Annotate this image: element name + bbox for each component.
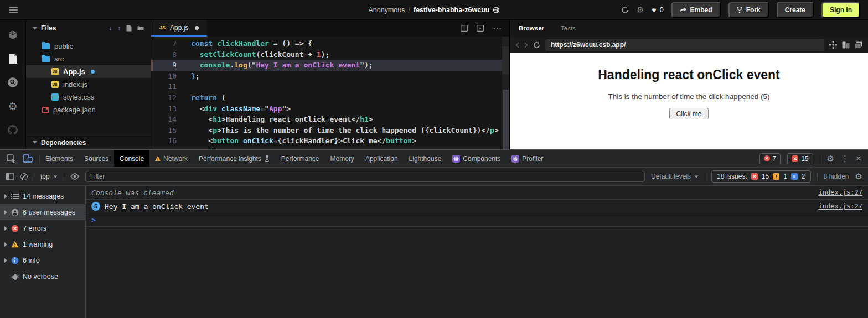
files-panel-icon[interactable] bbox=[7, 53, 19, 65]
eye-icon[interactable] bbox=[70, 173, 79, 180]
menu-icon[interactable] bbox=[9, 7, 18, 13]
file-row-src[interactable]: src bbox=[26, 53, 151, 65]
code-line-14[interactable]: 14 <h1>Handeling react onClick event</h1… bbox=[151, 114, 509, 125]
split-view-icon[interactable] bbox=[842, 41, 850, 49]
settings-gear-icon[interactable]: ⚙ bbox=[7, 100, 19, 112]
file-row-public[interactable]: public bbox=[26, 40, 151, 53]
code-line-9[interactable]: 9 console.log("Hey I am a onClick event"… bbox=[151, 60, 509, 71]
code-line-7[interactable]: 7const clickHandler = () => { bbox=[151, 38, 509, 49]
console-errors-badge[interactable]: ✕ 7 bbox=[760, 153, 781, 164]
code-line-16[interactable]: 16 <button onClick={clickHandler}>Click … bbox=[151, 135, 509, 147]
devtools-menu-icon[interactable]: ⋮ bbox=[841, 154, 849, 164]
console-sidebar-item-verbose[interactable]: No verbose bbox=[0, 268, 85, 284]
open-new-window-icon[interactable] bbox=[855, 41, 862, 49]
split-editor-icon[interactable] bbox=[461, 25, 468, 32]
console-log-row[interactable]: 5 Hey I am a onClick event index.js:27 bbox=[86, 200, 868, 213]
likes-counter[interactable]: ♥ 0 bbox=[652, 6, 663, 14]
expand-arrow-icon[interactable] bbox=[4, 210, 7, 215]
code-line-11[interactable]: 11 bbox=[151, 81, 509, 92]
download-icon[interactable]: ↓ bbox=[108, 24, 112, 32]
code-line-15[interactable]: 15 <p>This is the number of time the cli… bbox=[151, 125, 509, 136]
console-sidebar-item-user[interactable]: 6 user messages bbox=[0, 204, 85, 220]
open-preview-icon[interactable] bbox=[477, 25, 484, 32]
files-panel-header[interactable]: Files ↓ ↑ bbox=[26, 20, 151, 37]
code-line-13[interactable]: 13 <div className="App"> bbox=[151, 103, 509, 114]
tab-tests[interactable]: Tests bbox=[561, 25, 576, 32]
code-line-17[interactable]: 17 </div> bbox=[151, 147, 509, 149]
forward-icon[interactable] bbox=[524, 42, 528, 48]
user-name[interactable]: Anonymous bbox=[368, 6, 405, 14]
tab-memory[interactable]: Memory bbox=[325, 150, 360, 167]
sandbox-cube-icon[interactable] bbox=[7, 29, 19, 41]
console-sidebar-item-list[interactable]: 14 messages bbox=[0, 188, 85, 204]
issues-badge[interactable]: ✕ 15 bbox=[787, 153, 813, 164]
console-filter-input[interactable] bbox=[85, 171, 645, 182]
new-folder-icon[interactable] bbox=[137, 25, 144, 31]
devtools-close-icon[interactable]: × bbox=[856, 153, 861, 164]
source-link[interactable]: index.js:27 bbox=[819, 189, 862, 196]
editor-scrollbar[interactable] bbox=[502, 37, 509, 149]
tab-sources[interactable]: Sources bbox=[79, 150, 114, 167]
tab-network[interactable]: Network bbox=[149, 150, 193, 167]
tab-profiler[interactable]: Profiler bbox=[506, 150, 549, 167]
unsaved-dot-icon[interactable] bbox=[195, 26, 199, 30]
source-link[interactable]: index.js:27 bbox=[819, 202, 862, 210]
tab-lighthouse[interactable]: Lighthouse bbox=[404, 150, 447, 167]
upload-icon[interactable]: ↑ bbox=[117, 24, 121, 32]
back-icon[interactable] bbox=[515, 42, 519, 48]
tab-performance-insights[interactable]: Performance insights bbox=[193, 150, 276, 167]
settings-gear-icon[interactable]: ⚙ bbox=[637, 6, 644, 14]
expand-arrow-icon[interactable] bbox=[4, 258, 7, 263]
issue-message-icon: ≡ bbox=[791, 173, 798, 180]
code-line-12[interactable]: 12return ( bbox=[151, 92, 509, 103]
create-button[interactable]: Create bbox=[777, 2, 814, 18]
more-options-icon[interactable]: ⋯ bbox=[493, 23, 502, 34]
refresh-icon[interactable] bbox=[621, 6, 629, 14]
tab-components[interactable]: Components bbox=[447, 150, 506, 167]
expand-arrow-icon[interactable] bbox=[4, 194, 7, 199]
file-row-package-json[interactable]: package.json bbox=[26, 103, 151, 116]
tab-console[interactable]: Console bbox=[114, 150, 149, 167]
new-file-icon[interactable] bbox=[126, 25, 132, 32]
reload-icon[interactable] bbox=[533, 41, 540, 49]
url-bar[interactable]: https://z6wcuu.csb.app/ bbox=[545, 39, 824, 51]
embed-button[interactable]: Embed bbox=[671, 2, 721, 18]
github-icon[interactable] bbox=[7, 124, 19, 136]
console-sidebar-toggle-icon[interactable] bbox=[6, 173, 14, 180]
code-line-8[interactable]: 8 setClickCount(clickCount + 1); bbox=[151, 49, 509, 60]
device-toolbar-icon[interactable] bbox=[23, 154, 33, 163]
console-sidebar-item-warning[interactable]: 1 warning bbox=[0, 236, 85, 252]
file-row-styles-css[interactable]: styles.css bbox=[26, 91, 151, 103]
dependencies-header[interactable]: Dependencies bbox=[26, 135, 151, 149]
log-levels-selector[interactable]: Default levels bbox=[651, 173, 699, 180]
scrollbar-thumb[interactable] bbox=[503, 90, 509, 149]
clear-console-icon[interactable] bbox=[20, 173, 28, 180]
file-row-app-js[interactable]: JSApp.js bbox=[26, 65, 151, 78]
issues-summary[interactable]: 18 Issues: ✕ 15 ! 1 ≡ 2 bbox=[711, 170, 810, 183]
tab-application[interactable]: Application bbox=[360, 150, 404, 167]
fork-button[interactable]: Fork bbox=[728, 2, 769, 18]
console-settings-icon[interactable]: ⚙ bbox=[855, 171, 862, 181]
expand-arrow-icon[interactable] bbox=[4, 242, 7, 247]
expand-arrow-icon[interactable] bbox=[4, 226, 7, 231]
inspect-element-icon[interactable] bbox=[7, 154, 16, 163]
project-name[interactable]: festive-bhabha-z6wcuu bbox=[414, 6, 490, 14]
editor-tab-appjs[interactable]: JS App.js bbox=[151, 20, 207, 37]
devtools-settings-icon[interactable]: ⚙ bbox=[827, 154, 834, 164]
click-me-button[interactable]: Click me bbox=[669, 108, 708, 119]
console-cleared-row[interactable]: Console was cleared index.js:27 bbox=[86, 186, 868, 200]
code-area[interactable]: 7const clickHandler = () => {8 setClickC… bbox=[151, 37, 509, 149]
responsive-mode-icon[interactable] bbox=[829, 41, 837, 49]
code-line-10[interactable]: 10}; bbox=[151, 71, 509, 82]
hidden-messages-count[interactable]: 8 hidden bbox=[824, 173, 849, 180]
console-sidebar-item-error[interactable]: 7 errors bbox=[0, 220, 85, 236]
sign-in-button[interactable]: Sign in bbox=[822, 2, 860, 18]
context-selector[interactable]: top bbox=[40, 173, 58, 180]
search-icon[interactable] bbox=[7, 76, 19, 88]
console-prompt-row[interactable]: > bbox=[86, 213, 868, 227]
tab-browser[interactable]: Browser bbox=[519, 25, 544, 32]
tab-performance[interactable]: Performance bbox=[276, 150, 325, 167]
console-sidebar-item-info[interactable]: 6 info bbox=[0, 252, 85, 268]
file-row-index-js[interactable]: JSindex.js bbox=[26, 78, 151, 91]
tab-elements[interactable]: Elements bbox=[40, 150, 79, 167]
